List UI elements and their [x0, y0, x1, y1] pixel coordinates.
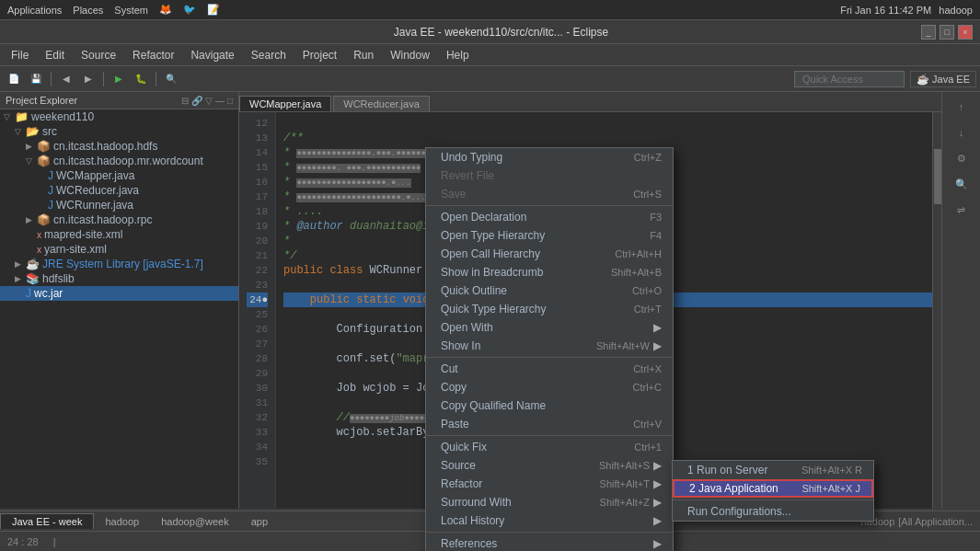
tree-item-mapred-xml[interactable]: x mapred-site.xml: [0, 227, 238, 242]
tree-label: weekend110: [31, 110, 94, 123]
menu-edit[interactable]: Edit: [38, 47, 72, 63]
bottom-all-apps[interactable]: [All Application...: [898, 516, 973, 527]
link-editor-icon[interactable]: 🔗: [191, 96, 202, 106]
menu-help[interactable]: Help: [439, 47, 477, 63]
tree-item-yarn-xml[interactable]: x yarn-site.xml: [0, 242, 238, 257]
ctx-java-application[interactable]: 2 Java Application Shift+Alt+X J: [673, 479, 873, 498]
ctx-sep-1: [426, 205, 673, 206]
close-button[interactable]: ×: [958, 25, 973, 40]
panel-btn-4[interactable]: 🔍: [948, 173, 975, 195]
ctx-item-label: Undo Typing: [441, 151, 616, 164]
menu-file[interactable]: File: [4, 47, 36, 63]
tree-item-jre[interactable]: ▶ ☕ JRE System Library [javaSE-1.7]: [0, 257, 238, 271]
ctx-paste[interactable]: Paste Ctrl+V: [426, 415, 673, 433]
tree-item-wcmapper[interactable]: J WCMapper.java: [0, 168, 238, 183]
ctx-item-label: Save: [441, 188, 615, 201]
view-menu-icon[interactable]: ▽: [205, 96, 213, 106]
ctx-source[interactable]: Source Shift+Alt+S ▶: [426, 456, 673, 475]
minimize-panel-icon[interactable]: —: [215, 96, 225, 106]
ctx-copy[interactable]: Copy Ctrl+C: [426, 378, 673, 396]
ctx-open-with[interactable]: Open With ▶: [426, 318, 673, 337]
app-icon-2[interactable]: 🐦: [183, 4, 196, 16]
java-file-icon: J: [48, 184, 53, 197]
menu-run[interactable]: Run: [346, 47, 381, 63]
panel-btn-3[interactable]: ⚙: [948, 147, 975, 169]
quick-access-input[interactable]: [794, 71, 905, 87]
tree-label: src: [42, 125, 57, 138]
save-button[interactable]: 💾: [26, 69, 46, 89]
project-explorer-title: Project Explorer: [6, 95, 77, 106]
tree-label: mapred-site.xml: [44, 228, 122, 241]
tree-item-wcrunner[interactable]: J WCRunner.java: [0, 198, 238, 212]
ctx-item-shortcut: Ctrl+V: [633, 419, 662, 430]
ctx-show-in[interactable]: Show In Shift+Alt+W ▶: [426, 337, 673, 355]
ctx-open-type-hierarchy[interactable]: Open Type Hierarchy F4: [426, 226, 673, 245]
places-menu[interactable]: Places: [73, 5, 103, 16]
menu-navigate[interactable]: Navigate: [183, 47, 241, 63]
menu-source[interactable]: Source: [74, 47, 123, 63]
ctx-undo-typing[interactable]: Undo Typing Ctrl+Z: [426, 148, 673, 166]
tab-wcmapper[interactable]: WCMapper.java: [239, 96, 331, 111]
window-controls[interactable]: _ □ ×: [921, 25, 973, 40]
ctx-item-shortcut: F3: [650, 212, 662, 223]
ctx-open-declaration[interactable]: Open Declaration F3: [426, 208, 673, 226]
system-menu[interactable]: System: [114, 5, 148, 16]
ctx-item-label: Copy: [441, 381, 615, 394]
collapse-all-icon[interactable]: ⊟: [181, 96, 189, 106]
jre-icon: ☕: [26, 258, 40, 270]
search-button[interactable]: 🔍: [161, 69, 181, 89]
vertical-scrollbar[interactable]: [932, 112, 941, 509]
ctx-quick-outline[interactable]: Quick Outline Ctrl+O: [426, 281, 673, 300]
bottom-tab-app[interactable]: app: [240, 514, 279, 529]
tree-item-hdfslib[interactable]: ▶ 📚 hdfslib: [0, 271, 238, 286]
ctx-quick-fix[interactable]: Quick Fix Ctrl+1: [426, 438, 673, 456]
ctx-show-breadcrumb[interactable]: Show in Breadcrumb Shift+Alt+B: [426, 263, 673, 281]
maximize-button[interactable]: □: [940, 25, 954, 40]
ctx-run-on-server[interactable]: 1 Run on Server Shift+Alt+X R: [673, 461, 873, 479]
code-line: /**: [283, 131, 934, 145]
app-icon-3[interactable]: 📝: [207, 4, 220, 16]
tree-item-hdfs[interactable]: ▶ 📦 cn.itcast.hadoop.hdfs: [0, 139, 238, 154]
bottom-tab-hadoopweek[interactable]: hadoop@week: [150, 514, 240, 529]
tree-arrow: ▽: [15, 127, 24, 136]
ctx-surround-with[interactable]: Surround With Shift+Alt+Z ▶: [426, 493, 673, 511]
firefox-icon[interactable]: 🦊: [159, 4, 172, 16]
tree-item-src[interactable]: ▽ 📂 src: [0, 124, 238, 139]
minimize-button[interactable]: _: [921, 25, 936, 40]
tree-item-wcreducer[interactable]: J WCReducer.java: [0, 183, 238, 198]
ctx-copy-qualified-name[interactable]: Copy Qualified Name: [426, 396, 673, 415]
ctx-run-configurations[interactable]: Run Configurations...: [673, 502, 873, 521]
tree-item-weekend110[interactable]: ▽ 📁 weekend110: [0, 109, 238, 124]
ctx-quick-type-hierarchy[interactable]: Quick Type Hierarchy Ctrl+T: [426, 300, 673, 318]
scrollbar-thumb[interactable]: [934, 149, 941, 204]
tree-item-wordcount[interactable]: ▽ 📦 cn.itcast.hadoop.mr.wordcount: [0, 154, 238, 168]
ctx-item-label: Quick Type Hierarchy: [441, 303, 616, 316]
panel-btn-1[interactable]: ↑: [948, 96, 975, 118]
bottom-tab-javaee[interactable]: Java EE - week: [0, 513, 94, 529]
bottom-tab-hadoop[interactable]: hadoop: [94, 514, 150, 529]
tree-item-rpc[interactable]: ▶ 📦 cn.itcast.hadoop.rpc: [0, 212, 238, 227]
menu-window[interactable]: Window: [383, 47, 437, 63]
tab-wcreducer[interactable]: WCReducer.java: [333, 96, 430, 111]
ctx-open-call-hierarchy[interactable]: Open Call Hierarchy Ctrl+Alt+H: [426, 245, 673, 263]
back-button[interactable]: ◀: [56, 69, 76, 89]
applications-menu[interactable]: Applications: [7, 5, 62, 16]
debug-button[interactable]: 🐛: [131, 69, 151, 89]
java-ee-tab[interactable]: ☕ Java EE: [910, 71, 976, 87]
panel-btn-2[interactable]: ↓: [948, 121, 975, 143]
ctx-arrow-icon: ▶: [653, 477, 662, 490]
forward-button[interactable]: ▶: [78, 69, 98, 89]
new-button[interactable]: 📄: [4, 69, 24, 89]
ctx-references[interactable]: References ▶: [426, 534, 673, 551]
ctx-local-history[interactable]: Local History ▶: [426, 511, 673, 530]
menu-search[interactable]: Search: [244, 47, 294, 63]
ctx-cut[interactable]: Cut Ctrl+X: [426, 360, 673, 378]
panel-btn-5[interactable]: ⇌: [948, 199, 975, 221]
menu-project[interactable]: Project: [295, 47, 344, 63]
ctx-refactor[interactable]: Refactor Shift+Alt+T ▶: [426, 475, 673, 493]
ctx-item-shortcut: Ctrl+O: [632, 285, 662, 296]
maximize-panel-icon[interactable]: □: [227, 96, 233, 106]
tree-item-wcjar[interactable]: J wc.jar: [0, 286, 238, 301]
menu-refactor[interactable]: Refactor: [125, 47, 181, 63]
run-button[interactable]: ▶: [109, 69, 129, 89]
